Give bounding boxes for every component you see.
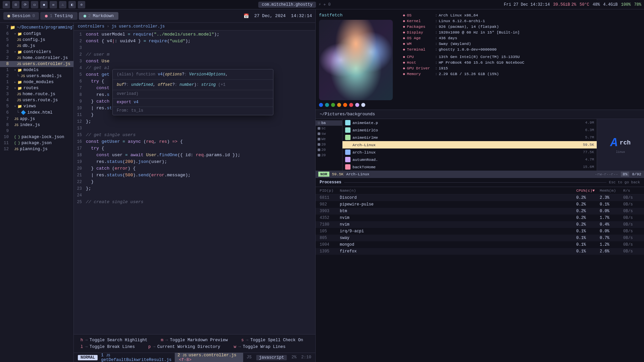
fb-file-animegate[interactable]: animeGate.p4.9M bbox=[342, 119, 597, 126]
process-section: Processes Esc to go back PID(p) Name(n) … bbox=[316, 178, 644, 362]
autocomplete-line2: buf?: undefined, offset?: number): strin… bbox=[113, 80, 273, 90]
proc-columns: PID(p) Name(n) CPU%(c)▼ Mem%(m) R/s bbox=[316, 187, 644, 194]
proc-row: 1395firefox0.1%2.6%0B/s bbox=[316, 248, 644, 255]
tree-planning[interactable]: 12 JS planning.js bbox=[0, 146, 73, 152]
code-line-19: 18 const user = await User.findOne({ id:… bbox=[74, 153, 315, 159]
session-tab[interactable]: Session 0 bbox=[3, 12, 39, 20]
tree-controllers[interactable]: 3 ▾ 📁 controllers bbox=[0, 49, 73, 55]
tree-configs[interactable]: 6 ▾ 📁 configs bbox=[0, 31, 73, 37]
tree-home-controller[interactable]: 2 JS home.controller.js bbox=[0, 55, 73, 61]
fb-preview: A rch linux bbox=[597, 119, 644, 171]
temp-stat: 50°C bbox=[580, 2, 589, 7]
kb-row-1: h → Toggle Search Highlight m → Toggle M… bbox=[80, 338, 309, 343]
tab-markdown[interactable]: 2 Markdown bbox=[79, 12, 118, 20]
fb-col-20b[interactable]: 20 bbox=[316, 147, 342, 153]
icon-5[interactable]: ◼ bbox=[40, 1, 48, 8]
tab-date: 27 Dec, 2024 bbox=[254, 13, 286, 18]
tree-index-js[interactable]: 8 JS index.js bbox=[0, 122, 73, 128]
icon-8[interactable]: ◧ bbox=[68, 1, 76, 8]
session-num: 0 bbox=[33, 13, 35, 18]
tree-node-modules[interactable]: 1 ▸ 📁 node_modules bbox=[0, 79, 73, 85]
file1-indicator: 1 JS getDefaultBulkwriteResult.js bbox=[101, 353, 171, 362]
fb-file-animegirlco[interactable]: animeGirlCo6.3M bbox=[342, 126, 597, 134]
icon-1[interactable]: ⊞ bbox=[3, 1, 10, 8]
fb-col-sc[interactable]: sc bbox=[316, 126, 342, 131]
tab-testing[interactable]: 1 Testing bbox=[40, 12, 77, 20]
keybinding-bar: h → Toggle Search Highlight m → Toggle M… bbox=[74, 334, 315, 353]
editor-mode: NORMAL bbox=[78, 355, 98, 360]
fb-file-arch-linux[interactable]: Arch-Linux59.5K bbox=[342, 141, 597, 148]
app-name: com.mitchellh.ghostty bbox=[258, 2, 316, 8]
tab2-label: Markdown bbox=[93, 13, 114, 18]
tree-users-route[interactable]: 4 JS users.route.js bbox=[0, 97, 73, 103]
code-area: controllers › js users.controller.js 1 c… bbox=[74, 23, 315, 362]
code-line-22: 21 | res.status(500).send(error.message)… bbox=[74, 173, 315, 179]
icon-6[interactable]: ✉ bbox=[50, 1, 57, 8]
col-pid: PID(p) bbox=[320, 188, 340, 193]
icon-7[interactable]: ⛬ bbox=[59, 1, 66, 8]
code-line-20: 19 res.status(200).json(user); bbox=[74, 159, 315, 166]
kb-m: m → Toggle Markdown Preview bbox=[161, 338, 228, 343]
right-panel: fastfetch ◆OS:Arch Linux x86_64 ◆Ke bbox=[315, 9, 644, 362]
tree-app-js[interactable]: 7 JS app.js bbox=[0, 116, 73, 122]
code-line-5: 3 const Use bbox=[74, 59, 315, 65]
icon-3[interactable]: ⟳ bbox=[21, 1, 29, 8]
proc-esc-hint: Esc to go back bbox=[609, 180, 640, 184]
tree-config-js[interactable]: 5 JS config.js bbox=[0, 37, 73, 43]
tree-db-js[interactable]: 4 JS db.js bbox=[0, 43, 73, 49]
tree-package-lock[interactable]: 10 { } package-lock.json bbox=[0, 134, 73, 140]
fb-file-autumnroad[interactable]: autumnRoad.4.7M bbox=[342, 156, 597, 163]
code-line-14: 12 }; bbox=[74, 119, 315, 126]
tree-users-controller[interactable]: 8 JS users.controller.js bbox=[0, 61, 73, 67]
vram-stat: 4.4GiB bbox=[603, 2, 618, 7]
kb-p: p → Current Working Directory bbox=[148, 345, 220, 349]
fb-col-sw[interactable]: sw bbox=[316, 131, 342, 136]
bat2-stat: 100% bbox=[621, 2, 631, 7]
calendar-icon: 📅 bbox=[244, 13, 249, 19]
fb-col-20a[interactable]: 20 bbox=[316, 142, 342, 147]
fastfetch-title: fastfetch bbox=[319, 13, 399, 18]
tree-package-json[interactable]: 11 { } package.json bbox=[0, 140, 73, 146]
proc-row: 982pipewire-pulse0.2%0.1%0B/s bbox=[316, 201, 644, 208]
file-tree: 7 📁 ~/Documents/programmingTes 6 ▾ 📁 con… bbox=[0, 23, 74, 362]
icon-4[interactable]: ◻ bbox=[31, 1, 38, 8]
proc-row: 805sway0.1%0.7%0B/s bbox=[316, 235, 644, 241]
fb-col-ba[interactable]: ba bbox=[316, 120, 342, 126]
fb-file-backtohome[interactable]: backToHome15.6M bbox=[342, 163, 597, 171]
fb-file-animegirlhe[interactable]: animeGirlHe5.7M bbox=[342, 134, 597, 141]
proc-row: 7180nvim0.2%0.4%0B/s bbox=[316, 221, 644, 228]
icon-2[interactable]: ⊡ bbox=[12, 1, 19, 8]
fb-count: 59.5K bbox=[332, 172, 344, 176]
autocomplete-export: export v4 bbox=[113, 98, 273, 107]
proc-row: 105irq/9-acpi0.1%0.0%0B/s bbox=[316, 228, 644, 235]
autocomplete-popup[interactable]: (alias) function v4(options?: Version4Op… bbox=[112, 69, 273, 115]
lang-icon: JS bbox=[247, 355, 252, 360]
tree-index-html[interactable]: 6 └ 🔷 index.html bbox=[0, 109, 73, 116]
icon-9[interactable]: ⊙ bbox=[78, 1, 85, 8]
fb-col-we[interactable]: We bbox=[316, 136, 342, 142]
fb-mode: NOR bbox=[318, 172, 329, 177]
code-editor[interactable]: 1 const userModel = require("../models/u… bbox=[74, 31, 315, 207]
fb-file-arch-linux2[interactable]: arch-linux77.5K bbox=[342, 148, 597, 156]
tree-home-route[interactable]: 3 JS home.route.js bbox=[0, 91, 73, 97]
fb-columns: ba sc sw We 20 20 bbox=[316, 119, 644, 171]
proc-row: 6811Discord0.2%2.3%0B/s bbox=[316, 194, 644, 201]
tree-models[interactable]: 1 ▾ 📁 models bbox=[0, 67, 73, 73]
fb-col-20c[interactable]: 20 bbox=[316, 153, 342, 158]
tree-views[interactable]: 5 ▾ 📁 views bbox=[0, 103, 73, 109]
fb-scroll-pct: 8% bbox=[621, 172, 630, 177]
kb-h: h → Toggle Search Highlight bbox=[80, 338, 148, 343]
tree-routes[interactable]: 2 ▾ 📁 routes bbox=[0, 85, 73, 91]
col-mem: Mem%(m) bbox=[600, 188, 623, 193]
code-line-25: 24 bbox=[74, 193, 315, 199]
tree-root: 7 📁 ~/Documents/programmingTes bbox=[0, 24, 73, 31]
tab-bar: Session 0 1 Testing 2 Markdown 📅 27 Dec,… bbox=[0, 9, 315, 23]
ram-stat: 39.5GiB 2% bbox=[553, 2, 576, 7]
tree-users-model[interactable]: 2 └ JS users.model.js bbox=[0, 73, 73, 79]
bat3-stat: 78% bbox=[634, 2, 641, 7]
autocomplete-line3: overload) bbox=[113, 90, 273, 98]
code-line-4: 2 // user m bbox=[74, 52, 315, 59]
file-browser: ~/Pictures/backgrounds ba sc sw We bbox=[316, 110, 644, 178]
code-line-2: 2 const { v4|: uuidv4 } = require("uuid"… bbox=[74, 39, 315, 45]
code-line-18: 17 try { bbox=[74, 146, 315, 153]
